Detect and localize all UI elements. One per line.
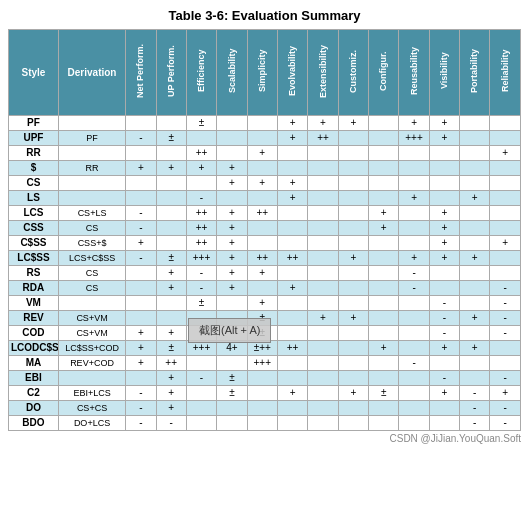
cell-value: +	[217, 251, 247, 266]
table-row: DOCS+CS-+--	[9, 401, 521, 416]
cell-value: +++	[186, 251, 216, 266]
cell-value: ++	[277, 341, 307, 356]
cell-value: -	[429, 311, 459, 326]
header-derivation: Derivation	[58, 30, 125, 116]
cell-value	[156, 176, 186, 191]
header-efficiency: Efficiency	[186, 30, 216, 116]
cell-derivation	[58, 296, 125, 311]
table-row: RR++++	[9, 146, 521, 161]
cell-derivation: CSS+$	[58, 236, 125, 251]
table-row: C$SSCSS+$++++++	[9, 236, 521, 251]
cell-value	[399, 416, 429, 431]
cell-value	[399, 341, 429, 356]
cell-value	[186, 356, 216, 371]
cell-value	[429, 161, 459, 176]
cell-value: +	[490, 236, 521, 251]
cell-value	[369, 236, 399, 251]
cell-value	[338, 266, 368, 281]
table-row: EBI+-±--	[9, 371, 521, 386]
cell-value: -	[399, 281, 429, 296]
cell-value: +	[369, 206, 399, 221]
header-row: Style Derivation Net Perform. UP Perform…	[9, 30, 521, 116]
cell-value	[156, 311, 186, 326]
cell-style: RR	[9, 146, 59, 161]
cell-value	[277, 356, 307, 371]
cell-value	[277, 221, 307, 236]
cell-value	[186, 311, 216, 326]
header-style: Style	[9, 30, 59, 116]
cell-value	[217, 146, 247, 161]
cell-value	[156, 221, 186, 236]
cell-value	[338, 281, 368, 296]
table-row: LC$SSLCS+C$SS-±++++++++++++	[9, 251, 521, 266]
cell-derivation: LC$SS+COD	[58, 341, 125, 356]
cell-value	[338, 191, 368, 206]
cell-value	[338, 131, 368, 146]
cell-value: ++	[247, 251, 277, 266]
cell-value	[369, 161, 399, 176]
cell-value	[369, 251, 399, 266]
cell-value	[399, 401, 429, 416]
cell-value: +	[217, 266, 247, 281]
evaluation-table: Style Derivation Net Perform. UP Perform…	[8, 29, 521, 431]
table-row: CS+++	[9, 176, 521, 191]
cell-value: +	[217, 176, 247, 191]
cell-value: +	[308, 116, 338, 131]
cell-derivation: LCS+C$SS	[58, 251, 125, 266]
cell-value	[186, 416, 216, 431]
cell-value: ++	[277, 251, 307, 266]
cell-value: ±	[369, 386, 399, 401]
table-container: Table 3-6: Evaluation Summary Style Deri…	[8, 8, 521, 444]
cell-value	[369, 281, 399, 296]
cell-value: -	[490, 296, 521, 311]
cell-value: +	[429, 251, 459, 266]
cell-derivation: PF	[58, 131, 125, 146]
cell-value	[277, 161, 307, 176]
cell-value: -	[126, 131, 156, 146]
cell-value: +	[460, 251, 490, 266]
cell-value: +	[126, 161, 156, 176]
cell-derivation: EBI+LCS	[58, 386, 125, 401]
table-row: C2EBI+LCS-+±++±+-+	[9, 386, 521, 401]
cell-derivation	[58, 176, 125, 191]
cell-derivation: CS	[58, 221, 125, 236]
cell-value	[399, 236, 429, 251]
cell-value	[369, 371, 399, 386]
cell-value: -	[399, 356, 429, 371]
cell-derivation: CS+CS	[58, 401, 125, 416]
cell-value	[126, 176, 156, 191]
cell-derivation: CS	[58, 281, 125, 296]
cell-value: +	[156, 371, 186, 386]
cell-value: ±	[186, 296, 216, 311]
cell-style: LCODC$SS	[9, 341, 59, 356]
cell-value	[247, 191, 277, 206]
cell-value	[277, 401, 307, 416]
cell-value	[399, 206, 429, 221]
cell-value	[460, 206, 490, 221]
table-row: PF±+++++	[9, 116, 521, 131]
cell-value	[308, 386, 338, 401]
cell-value	[369, 191, 399, 206]
cell-value: ±	[217, 386, 247, 401]
cell-value	[217, 311, 247, 326]
cell-derivation: CS	[58, 266, 125, 281]
cell-style: COD	[9, 326, 59, 341]
header-evolvability: Evolvability	[277, 30, 307, 116]
cell-value	[429, 146, 459, 161]
table-row: RSCS+-++-	[9, 266, 521, 281]
cell-value	[308, 341, 338, 356]
cell-value	[217, 116, 247, 131]
cell-value	[429, 176, 459, 191]
cell-value: +	[338, 116, 368, 131]
cell-value: +	[460, 191, 490, 206]
cell-value	[399, 326, 429, 341]
cell-value	[186, 386, 216, 401]
cell-value	[156, 191, 186, 206]
cell-value	[429, 356, 459, 371]
cell-value: +	[126, 326, 156, 341]
cell-value: -	[156, 416, 186, 431]
cell-value	[308, 236, 338, 251]
cell-value	[490, 266, 521, 281]
cell-value: +	[277, 176, 307, 191]
cell-value: -	[429, 371, 459, 386]
